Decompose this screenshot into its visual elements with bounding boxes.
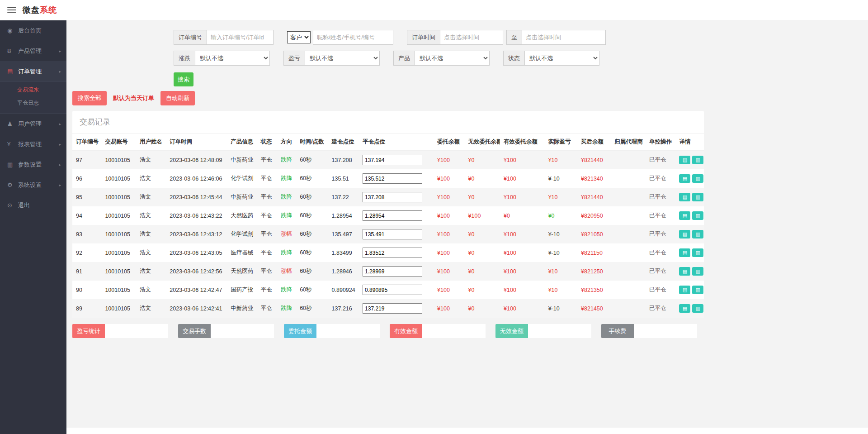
app-brand: 微盘系统: [23, 5, 57, 15]
cell-order-time: 2023-03-06 12:48:09: [166, 151, 227, 170]
cell-order-id: 94: [72, 206, 101, 225]
sidebar-item-orders[interactable]: ▤订单管理▸: [0, 61, 66, 81]
order-detail-button[interactable]: ▤: [679, 230, 690, 238]
sidebar-item-products[interactable]: Ƀ产品管理▸: [0, 41, 66, 61]
cell-order-time: 2023-03-06 12:43:12: [166, 225, 227, 243]
cell-duration: 60秒: [296, 206, 328, 225]
search-button[interactable]: 搜索: [174, 72, 193, 86]
time-start-input[interactable]: [440, 30, 503, 45]
cell-control-status: 已平仓: [646, 151, 675, 170]
cell-close-point: [359, 188, 434, 206]
order-detail-button[interactable]: ▤: [679, 248, 690, 257]
cell-user-name: 浩文: [136, 262, 166, 281]
user-icon: ♟: [7, 120, 17, 127]
close-point-input[interactable]: [363, 285, 422, 295]
order-log-button[interactable]: ▥: [692, 286, 703, 294]
summary-consign-amount: 委托金额: [284, 324, 380, 338]
sidebar-subitem-trade-flow[interactable]: 交易流水: [0, 83, 66, 96]
cell-product: 国药产投: [227, 281, 257, 299]
cell-actual-profit: ¥0: [545, 206, 577, 225]
sidebar: ◉后台首页Ƀ产品管理▸▤订单管理▸交易流水平仓日志♟用户管理▸¥报表管理▸▥参数…: [0, 20, 66, 434]
cell-invalid-balance: ¥0: [465, 188, 500, 206]
sidebar-item-users[interactable]: ♟用户管理▸: [0, 114, 66, 134]
sidebar-item-label: 用户管理: [18, 120, 59, 128]
menu-toggle-icon[interactable]: [7, 7, 16, 13]
cell-account: 10010105: [101, 225, 136, 243]
filter-row-2: 涨跌 默认不选 盈亏 默认不选 产品 默认不选 状态 默认不选: [174, 51, 868, 66]
order-log-button[interactable]: ▥: [692, 304, 703, 313]
cell-user-name: 浩文: [136, 169, 166, 188]
cell-duration: 60秒: [296, 225, 328, 243]
close-point-input[interactable]: [363, 173, 422, 184]
summary-label: 交易手数: [178, 324, 211, 338]
sidebar-item-logout[interactable]: ⊙退出: [0, 195, 66, 215]
customer-input[interactable]: [313, 30, 393, 45]
order-detail-button[interactable]: ▤: [679, 211, 690, 220]
cell-user-name: 浩文: [136, 281, 166, 299]
cell-detail: ▤▥: [675, 262, 704, 281]
auto-refresh-button[interactable]: 自动刷新: [160, 91, 195, 105]
sidebar-item-reports[interactable]: ¥报表管理▸: [0, 134, 66, 154]
order-detail-button[interactable]: ▤: [679, 193, 690, 201]
close-point-input[interactable]: [363, 248, 422, 258]
cell-product: 化学试剂: [227, 169, 257, 188]
cell-order-id: 90: [72, 281, 101, 299]
cell-valid-balance: ¥100: [500, 299, 545, 318]
close-point-input[interactable]: [363, 210, 422, 221]
order-time-label: 订单时间: [407, 30, 440, 45]
column-header: 无效委托余额: [465, 134, 500, 151]
sidebar-item-dashboard[interactable]: ◉后台首页: [0, 20, 66, 41]
customer-type-select[interactable]: 客户: [287, 31, 311, 43]
sidebar-subitem-close-log[interactable]: 平仓日志: [0, 96, 66, 110]
chevron-right-icon: ▸: [59, 49, 61, 53]
cell-account: 10010105: [101, 169, 136, 188]
order-log-button[interactable]: ▥: [692, 174, 703, 183]
order-detail-button[interactable]: ▤: [679, 304, 690, 313]
customer-filter: 客户: [287, 30, 393, 45]
column-header: 产品信息: [227, 134, 257, 151]
order-log-button[interactable]: ▥: [692, 193, 703, 201]
cell-after-balance: ¥821050: [577, 225, 611, 243]
profit-select[interactable]: 默认不选: [305, 51, 380, 66]
column-header: 委托余额: [434, 134, 464, 151]
product-select[interactable]: 默认不选: [415, 51, 490, 66]
summary-label: 有效金额: [390, 324, 422, 338]
cell-user-name: 浩文: [136, 206, 166, 225]
order-time-filter: 订单时间 至: [407, 30, 606, 45]
close-point-input[interactable]: [363, 303, 422, 314]
order-detail-button[interactable]: ▤: [679, 286, 690, 294]
cell-product: 医疗器械: [227, 243, 257, 262]
sidebar-item-label: 产品管理: [18, 47, 59, 55]
close-point-input[interactable]: [363, 266, 422, 277]
cell-status: 平仓: [257, 188, 277, 206]
close-point-input[interactable]: [363, 192, 422, 202]
order-log-button[interactable]: ▥: [692, 248, 703, 257]
table-row: 9610010105浩文2023-03-06 12:46:06化学试剂平仓跌降6…: [72, 169, 704, 188]
cell-invalid-balance: ¥0: [465, 281, 500, 299]
close-point-input[interactable]: [363, 229, 422, 239]
close-point-input[interactable]: [363, 155, 422, 165]
table-header-row: 订单编号交易账号用户姓名订单时间产品信息状态方向时间/点数建仓点位平仓点位委托余…: [72, 134, 704, 151]
topbar: 微盘系统: [0, 0, 868, 20]
sidebar-item-system[interactable]: ⚙系统设置▸: [0, 175, 66, 195]
summary-label: 盈亏统计: [72, 324, 105, 338]
cell-control-status: 已平仓: [646, 169, 675, 188]
order-detail-button[interactable]: ▤: [679, 174, 690, 183]
cell-consign-balance: ¥100: [434, 206, 464, 225]
table-row: 9310010105浩文2023-03-06 12:43:12化学试剂平仓涨幅6…: [72, 225, 704, 243]
sidebar-item-params[interactable]: ▥参数设置▸: [0, 154, 66, 175]
order-log-button[interactable]: ▥: [692, 230, 703, 238]
order-no-input[interactable]: [207, 30, 274, 45]
order-log-button[interactable]: ▥: [692, 267, 703, 276]
order-log-button[interactable]: ▥: [692, 156, 703, 164]
order-detail-button[interactable]: ▤: [679, 267, 690, 276]
cell-account: 10010105: [101, 243, 136, 262]
time-end-input[interactable]: [522, 30, 606, 45]
order-detail-button[interactable]: ▤: [679, 156, 690, 164]
search-all-button[interactable]: 搜索全部: [72, 91, 107, 105]
order-log-button[interactable]: ▥: [692, 211, 703, 220]
cell-agent: [611, 225, 646, 243]
cell-product: 天然医药: [227, 262, 257, 281]
status-select[interactable]: 默认不选: [524, 51, 599, 66]
updown-select[interactable]: 默认不选: [195, 51, 270, 66]
